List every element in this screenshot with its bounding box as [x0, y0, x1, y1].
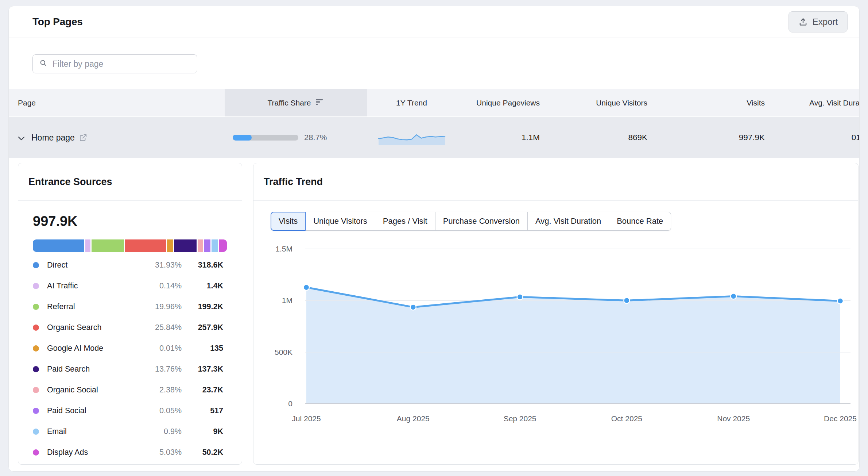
entrance-bar-segment-google-ai-mode[interactable] [167, 239, 173, 252]
column-header-unique-visitors[interactable]: Unique Visitors [546, 89, 653, 116]
entrance-bar-segment-email[interactable] [212, 239, 218, 252]
entrance-bar-segment-ai-traffic[interactable] [85, 239, 90, 252]
legend-pct: 0.05% [150, 406, 182, 415]
legend-value: 23.7K [186, 385, 223, 395]
legend-row-email[interactable]: Email 0.9% 9K [33, 421, 227, 442]
traffic-trend-body: Visits Unique Visitors Pages / Visit Pur… [253, 201, 858, 465]
entrance-bar-segment-direct[interactable] [33, 239, 84, 252]
legend-label: Organic Social [47, 385, 150, 395]
entrance-bar-segment-referral[interactable] [92, 239, 124, 252]
legend-value: 137.3K [186, 365, 223, 374]
column-header-avg-visit-duration[interactable]: Avg. Visit Duration [771, 89, 860, 116]
data-point-aug-2025[interactable] [410, 304, 416, 310]
export-button[interactable]: Export [788, 11, 848, 32]
entrance-bar-segment-paid-search[interactable] [174, 239, 197, 252]
column-header-page[interactable]: Page [9, 89, 225, 116]
entrance-sources-stacked-bar [33, 239, 227, 252]
column-header-unique-pageviews[interactable]: Unique Pageviews [456, 89, 546, 116]
unique-visitors-value: 869K [546, 117, 653, 158]
legend-dot [33, 387, 39, 393]
legend-row-google-ai-mode[interactable]: Google AI Mode 0.01% 135 [33, 338, 227, 359]
traffic-share-value: 28.7% [304, 133, 327, 142]
filter-box [32, 54, 197, 73]
card-header: Top Pages Export [9, 6, 859, 38]
data-point-oct-2025[interactable] [624, 298, 629, 303]
traffic-share-cell: 28.7% [225, 133, 367, 142]
y-axis-tick-label: 1M [282, 296, 292, 304]
tab-bounce-rate[interactable]: Bounce Rate [609, 212, 671, 231]
data-point-sep-2025[interactable] [517, 294, 523, 300]
entrance-bar-segment-organic-search[interactable] [125, 239, 166, 252]
legend-label: Paid Search [47, 365, 150, 374]
legend-label: Google AI Mode [47, 344, 150, 353]
tab-pages-per-visit[interactable]: Pages / Visit [375, 212, 435, 231]
chevron-down-icon[interactable] [18, 133, 25, 143]
legend-pct: 0.14% [150, 281, 182, 291]
legend-value: 135 [186, 344, 223, 353]
external-link-icon[interactable] [79, 134, 87, 142]
data-point-dec-2025[interactable] [837, 298, 843, 304]
tab-avg-visit-duration[interactable]: Avg. Visit Duration [527, 212, 609, 231]
legend-row-paid-social[interactable]: Paid Social 0.05% 517 [33, 400, 227, 421]
page-cell: Home page [9, 133, 225, 143]
x-axis-tick-label: Sep 2025 [504, 414, 536, 423]
legend-pct: 0.9% [150, 427, 182, 436]
legend-label: Display Ads [47, 448, 150, 457]
trend-area-fill [306, 287, 840, 404]
y-axis-tick-label: 0 [288, 399, 292, 408]
legend-value: 257.9K [186, 323, 223, 332]
toolbar [9, 38, 859, 89]
traffic-trend-chart: 0500K1M1.5MJul 2025Aug 2025Sep 2025Oct 2… [253, 229, 859, 433]
tab-visits[interactable]: Visits [271, 212, 306, 231]
legend-pct: 5.03% [150, 448, 182, 457]
legend-label: Organic Search [47, 323, 150, 332]
legend-dot [33, 262, 39, 268]
page-name-link[interactable]: Home page [31, 133, 75, 143]
traffic-trend-panel: Traffic Trend Visits Unique Visitors Pag… [253, 163, 859, 465]
legend-row-organic-search[interactable]: Organic Search 25.84% 257.9K [33, 317, 227, 338]
entrance-bar-segment-display-ads[interactable] [219, 239, 227, 252]
legend-dot [33, 408, 39, 414]
legend-value: 1.4K [186, 281, 223, 291]
entrance-bar-segment-organic-social[interactable] [198, 239, 203, 252]
x-axis-tick-label: Jul 2025 [292, 414, 321, 423]
legend-row-referral[interactable]: Referral 19.96% 199.2K [33, 296, 227, 317]
table-row-home-page[interactable]: Home page 28.7% 1.1M 869K 997.9K [9, 117, 860, 158]
legend-label: Paid Social [47, 406, 150, 415]
legend-value: 199.2K [186, 302, 223, 311]
tab-purchase-conversion[interactable]: Purchase Conversion [435, 212, 528, 231]
entrance-sources-body: 997.9K Direct 31.93% 318.6K AI Traffic 0… [18, 201, 242, 463]
legend-row-paid-search[interactable]: Paid Search 13.76% 137.3K [33, 359, 227, 380]
legend-dot [33, 345, 39, 352]
legend-row-direct[interactable]: Direct 31.93% 318.6K [33, 255, 227, 276]
legend-row-organic-social[interactable]: Organic Social 2.38% 23.7K [33, 380, 227, 400]
trend-metric-tabs: Visits Unique Visitors Pages / Visit Pur… [271, 212, 671, 231]
data-point-nov-2025[interactable] [731, 293, 736, 299]
traffic-share-bar-fill [233, 135, 252, 141]
data-point-jul-2025[interactable] [303, 284, 309, 290]
entrance-bar-segment-paid-social[interactable] [204, 239, 210, 252]
filter-input[interactable] [53, 59, 191, 69]
search-icon [39, 59, 47, 69]
legend-dot [33, 449, 39, 456]
legend-row-display-ads[interactable]: Display Ads 5.03% 50.2K [33, 442, 227, 463]
traffic-share-bar [233, 135, 298, 141]
legend-label: Referral [47, 302, 150, 311]
entrance-sources-title: Entrance Sources [18, 163, 242, 201]
visits-value: 997.9K [653, 117, 771, 158]
legend-label: Direct [47, 261, 150, 270]
table-header-row: Page Traffic Share 1Y Trend Unique Pagev… [9, 89, 860, 117]
avg-visit-duration-value: 01:31 [771, 117, 860, 158]
x-axis-tick-label: Dec 2025 [824, 414, 857, 423]
top-pages-card: Top Pages Export Page Tr [8, 6, 860, 472]
x-axis-tick-label: Nov 2025 [717, 414, 750, 423]
legend-label: AI Traffic [47, 281, 150, 291]
column-header-visits[interactable]: Visits [653, 89, 771, 116]
column-header-1y-trend[interactable]: 1Y Trend [367, 89, 456, 116]
x-axis-tick-label: Oct 2025 [611, 414, 642, 423]
legend-row-ai-traffic[interactable]: AI Traffic 0.14% 1.4K [33, 276, 227, 296]
tab-unique-visitors[interactable]: Unique Visitors [305, 212, 375, 231]
unique-pageviews-value: 1.1M [456, 117, 546, 158]
trend-sparkline-cell [367, 130, 456, 146]
column-header-traffic-share[interactable]: Traffic Share [225, 89, 367, 116]
